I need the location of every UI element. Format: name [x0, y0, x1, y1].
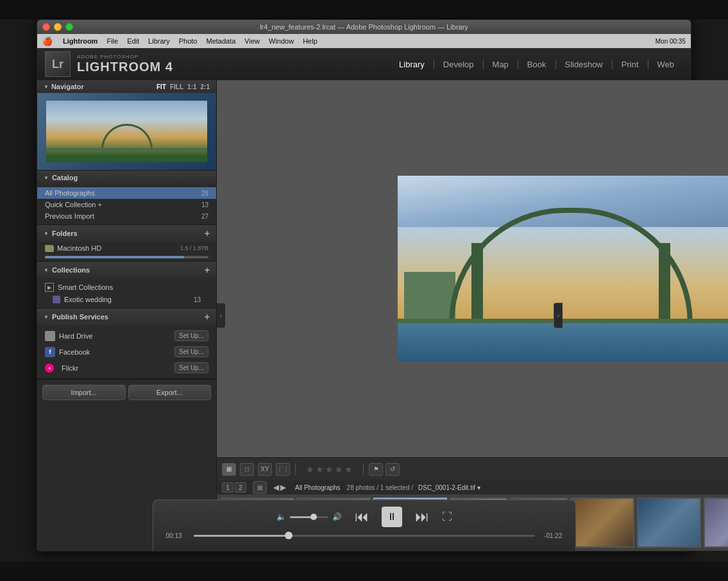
- nav-map[interactable]: Map: [484, 60, 518, 69]
- catalog-prev-count: 27: [201, 213, 208, 220]
- grid-view-button[interactable]: ⊞: [222, 463, 236, 476]
- flickr-setup-button[interactable]: Set Up...: [174, 362, 208, 373]
- right-panel-collapse[interactable]: ›: [554, 303, 563, 328]
- catalog-all-photographs[interactable]: All Photographs 28: [37, 187, 216, 199]
- nav-fit[interactable]: FIT: [157, 83, 166, 90]
- toolbar: ⊞ □ XY ⋮⋮ ★ ★ ★ ★ ★ ⚑ ↺ Sync Sett: [217, 457, 728, 480]
- nav-develop[interactable]: Develop: [434, 60, 484, 69]
- facebook-setup-button[interactable]: Set Up...: [174, 346, 208, 357]
- clock: Mon 00:35: [656, 38, 686, 45]
- menu-help[interactable]: Help: [299, 36, 321, 46]
- lr-logo-text: Lr: [52, 58, 63, 71]
- collections-label: Collections: [52, 266, 90, 274]
- volume-slider[interactable]: [290, 516, 328, 518]
- fullscreen-button[interactable]: ⛶: [442, 511, 452, 523]
- publish-facebook[interactable]: f Facebook Set Up...: [37, 344, 216, 360]
- skip-back-button[interactable]: ⏮: [355, 509, 369, 525]
- star-5[interactable]: ★: [344, 464, 353, 475]
- nav-library[interactable]: Library: [390, 60, 434, 69]
- folders-header[interactable]: ▼ Folders +: [37, 225, 216, 242]
- compare-view-button[interactable]: XY: [258, 463, 272, 476]
- export-button[interactable]: Export...: [128, 385, 212, 400]
- catalog-label: Catalog: [52, 174, 78, 181]
- pause-button[interactable]: ⏸: [382, 507, 402, 527]
- skip-forward-button[interactable]: ⏭: [415, 509, 429, 525]
- catalog-header[interactable]: ▼ Catalog: [37, 171, 216, 185]
- progress-bar[interactable]: [194, 535, 535, 537]
- import-button[interactable]: Import...: [42, 385, 126, 400]
- filmstrip-next[interactable]: ▶: [280, 483, 286, 492]
- collections-header[interactable]: ▼ Collections +: [37, 262, 216, 278]
- menu-library[interactable]: Library: [144, 36, 174, 46]
- folder-macintosh-hd[interactable]: Macintosh HD 1.5 / 1.8TB: [37, 242, 216, 255]
- flag-button[interactable]: ⚑: [369, 463, 383, 476]
- film-thumb-6[interactable]: [570, 498, 634, 548]
- progress-bar-container: 00:13 -01:22: [166, 532, 563, 539]
- publish-add-icon[interactable]: +: [205, 312, 210, 322]
- menu-photo[interactable]: Photo: [175, 36, 201, 46]
- folder-bar-fill: [45, 256, 184, 258]
- navigator-header[interactable]: ▼ Navigator FIT FILL 1:1 2:1: [37, 80, 216, 93]
- filmstrip-prev[interactable]: ◀: [273, 483, 279, 492]
- titlebar: lr4_new_features-2.lrcat — Adobe Photosh…: [37, 20, 691, 34]
- hard-drive-icon: [45, 331, 55, 341]
- page-1-button[interactable]: 1: [222, 482, 233, 493]
- close-button[interactable]: [42, 23, 50, 31]
- menu-window[interactable]: Window: [265, 36, 298, 46]
- left-panel-collapse[interactable]: ‹: [217, 303, 226, 328]
- maximize-button[interactable]: [65, 23, 73, 31]
- page-buttons: 1 2: [222, 482, 246, 493]
- page-2-button[interactable]: 2: [235, 482, 246, 493]
- toolbar-separator-1: [295, 464, 296, 475]
- film-thumb-8[interactable]: [704, 498, 728, 548]
- nav-slideshow[interactable]: Slideshow: [556, 60, 613, 69]
- minimize-button[interactable]: [54, 23, 62, 31]
- catalog-all-count: 28: [201, 190, 208, 197]
- menu-view[interactable]: View: [241, 36, 264, 46]
- hard-drive-setup-button[interactable]: Set Up...: [174, 330, 208, 341]
- progress-knob: [285, 532, 292, 539]
- loupe-view-button[interactable]: □: [240, 463, 254, 476]
- nav-fill[interactable]: FILL: [170, 83, 183, 90]
- catalog-quick-count: 13: [201, 201, 208, 208]
- main-photo-view[interactable]: SOFTPEDIA www.softpedia.com: [217, 80, 728, 457]
- publish-services-label: Publish Services: [52, 313, 108, 321]
- publish-hard-drive[interactable]: Hard Drive Set Up...: [37, 328, 216, 344]
- star-1[interactable]: ★: [306, 464, 314, 475]
- menu-lightroom[interactable]: Lightroom: [59, 36, 101, 46]
- catalog-previous-import[interactable]: Previous Import 27: [37, 210, 216, 222]
- menu-metadata[interactable]: Metadata: [202, 36, 239, 46]
- survey-view-button[interactable]: ⋮⋮: [276, 463, 290, 476]
- app-name: LIGHTROOM 4: [77, 60, 173, 74]
- navigator-preview-image: [37, 93, 216, 170]
- grid-tiny-button[interactable]: ⊞: [253, 481, 267, 494]
- module-nav: Library Develop Map Book Slideshow Print…: [390, 60, 683, 69]
- menu-file[interactable]: File: [103, 36, 122, 46]
- navigator-preview[interactable]: [37, 93, 216, 170]
- exotic-wedding-collection[interactable]: Exotic wedding 13: [37, 294, 216, 305]
- smart-collections-label: Smart Collections: [58, 283, 113, 291]
- volume-knob: [310, 514, 317, 520]
- facebook-icon: f: [45, 347, 55, 357]
- smart-collections-group[interactable]: ▶ Smart Collections: [37, 281, 216, 294]
- nav-print[interactable]: Print: [613, 60, 648, 69]
- nav-1to1[interactable]: 1:1: [187, 83, 196, 90]
- collections-add-icon[interactable]: +: [205, 265, 210, 275]
- star-4[interactable]: ★: [335, 464, 343, 475]
- nav-web[interactable]: Web: [648, 60, 684, 69]
- nav-book[interactable]: Book: [518, 60, 556, 69]
- star-3[interactable]: ★: [325, 464, 334, 475]
- menu-edit[interactable]: Edit: [123, 36, 143, 46]
- star-2[interactable]: ★: [316, 464, 324, 475]
- catalog-quick-collection[interactable]: Quick Collection + 13: [37, 199, 216, 210]
- navigator-section: ▼ Navigator FIT FILL 1:1 2:1: [37, 80, 216, 171]
- folder-usage-bar: [45, 256, 208, 258]
- navigator-collapse-icon: ▼: [44, 84, 49, 90]
- folders-add-icon[interactable]: +: [205, 228, 210, 239]
- publish-flickr[interactable]: ● Flickr Set Up...: [37, 360, 216, 376]
- nav-2to1[interactable]: 2:1: [201, 83, 210, 90]
- apple-menu[interactable]: 🍎: [42, 37, 53, 46]
- film-thumb-7[interactable]: [637, 498, 701, 548]
- rotate-button[interactable]: ↺: [385, 463, 400, 476]
- publish-services-header[interactable]: ▼ Publish Services +: [37, 308, 216, 325]
